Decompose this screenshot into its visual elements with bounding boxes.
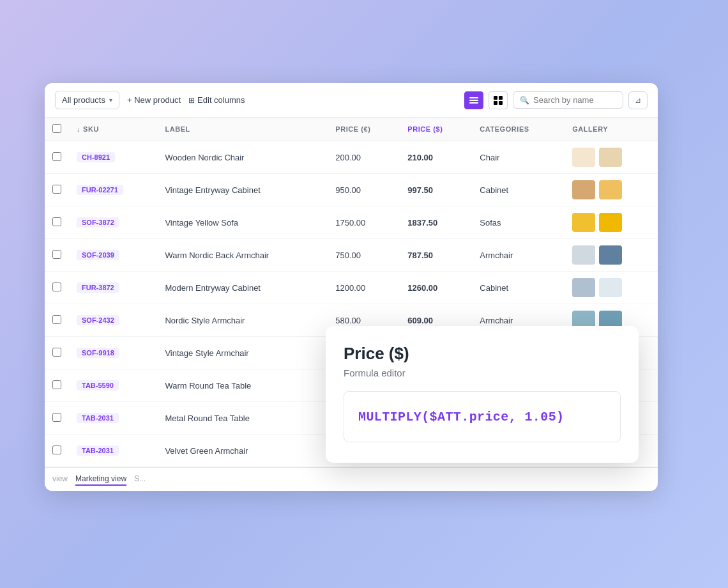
row-checkbox[interactable] <box>52 315 61 324</box>
row-checkbox[interactable] <box>52 380 61 389</box>
row-checkbox[interactable] <box>52 250 61 259</box>
row-checkbox[interactable] <box>52 185 61 194</box>
price-eur-column-header: PRICE (€) <box>328 118 400 141</box>
label-cell: Modern Entryway Cabinet <box>157 272 328 304</box>
row-checkbox-cell <box>45 304 69 337</box>
row-checkbox[interactable] <box>52 217 61 226</box>
gallery-column-header: GALLERY <box>565 118 658 141</box>
row-checkbox-cell <box>45 141 69 174</box>
search-input[interactable] <box>533 95 616 105</box>
formula-content: MULTIPLY($ATT.price, 1.05) <box>358 410 564 424</box>
formula-panel: Price ($) Formula editor MULTIPLY($ATT.p… <box>326 326 639 463</box>
price-usd-cell: 997.50 <box>400 174 472 206</box>
row-checkbox-cell <box>45 435 69 467</box>
row-checkbox[interactable] <box>52 413 61 422</box>
gallery-cell <box>565 239 658 272</box>
sku-cell: CH-8921 <box>69 141 157 174</box>
tab-s[interactable]: S... <box>134 473 146 486</box>
filter-icon: ⊿ <box>635 96 641 105</box>
select-all-checkbox[interactable] <box>52 124 61 133</box>
sku-badge[interactable]: TAB-5590 <box>77 380 119 391</box>
gallery-image-2 <box>599 278 622 297</box>
tab-view[interactable]: view <box>52 473 68 486</box>
gallery-image-2 <box>599 245 622 265</box>
price-eur-cell: 950.00 <box>328 174 400 206</box>
new-product-button[interactable]: + New product <box>127 93 181 107</box>
sku-badge[interactable]: SOF-3872 <box>77 217 119 228</box>
row-checkbox[interactable] <box>52 152 61 161</box>
label-cell: Nordic Style Armchair <box>157 304 328 337</box>
row-checkbox[interactable] <box>52 445 61 454</box>
row-checkbox-cell <box>45 369 69 402</box>
select-all-header[interactable] <box>45 118 69 141</box>
edit-columns-button[interactable]: ⊞ Edit columns <box>188 93 245 107</box>
row-checkbox[interactable] <box>52 282 61 291</box>
label-cell: Wooden Nordic Chair <box>157 141 328 174</box>
sku-badge[interactable]: CH-8921 <box>77 152 115 162</box>
sku-badge[interactable]: TAB-2031 <box>77 445 119 456</box>
sku-badge[interactable]: SOF-9918 <box>77 348 119 358</box>
table-row: CH-8921 Wooden Nordic Chair 200.00 210.0… <box>45 141 658 174</box>
sku-badge[interactable]: SOF-2039 <box>77 250 119 260</box>
price-usd-column-header: PRICE ($) <box>400 118 472 141</box>
search-box: 🔍 <box>513 91 623 109</box>
price-eur-cell: 1750.00 <box>328 206 400 239</box>
price-eur-cell: 1200.00 <box>328 272 400 304</box>
gallery-image-1 <box>572 213 595 232</box>
tab-marketing[interactable]: Marketing view <box>75 473 126 486</box>
sku-cell: SOF-3872 <box>69 206 157 239</box>
filter-button[interactable]: ⊿ <box>628 91 648 109</box>
formula-editor[interactable]: MULTIPLY($ATT.price, 1.05) <box>344 391 621 442</box>
label-cell: Vintage Yellow Sofa <box>157 206 328 239</box>
formula-panel-subtitle: Formula editor <box>344 368 621 378</box>
table-row: FUR-02271 Vintage Entryway Cabinet 950.0… <box>45 174 658 206</box>
label-cell: Metal Round Tea Table <box>157 402 328 435</box>
label-cell: Warm Round Tea Table <box>157 369 328 402</box>
label-cell: Vintage Entryway Cabinet <box>157 174 328 206</box>
price-usd-cell: 1837.50 <box>400 206 472 239</box>
sku-badge[interactable]: SOF-2432 <box>77 315 119 325</box>
row-checkbox-cell <box>45 239 69 272</box>
price-eur-cell: 750.00 <box>328 239 400 272</box>
category-cell: Chair <box>472 141 565 174</box>
toolbar: All products ▾ + New product ⊞ Edit colu… <box>45 83 658 118</box>
sku-badge[interactable]: FUR-3872 <box>77 282 119 293</box>
gallery-image-1 <box>572 245 595 265</box>
row-checkbox-cell <box>45 272 69 304</box>
label-cell: Warm Nordic Back Armchair <box>157 239 328 272</box>
row-checkbox-cell <box>45 337 69 369</box>
grid-view-button[interactable] <box>489 91 508 109</box>
gallery-cell <box>565 272 658 304</box>
row-checkbox-cell <box>45 402 69 435</box>
gallery-cell <box>565 206 658 239</box>
label-cell: Velvet Green Armchair <box>157 435 328 467</box>
sku-cell: FUR-3872 <box>69 272 157 304</box>
category-cell: Cabinet <box>472 272 565 304</box>
list-view-button[interactable] <box>464 91 483 109</box>
sku-cell: FUR-02271 <box>69 174 157 206</box>
row-checkbox-cell <box>45 206 69 239</box>
table-row: FUR-3872 Modern Entryway Cabinet 1200.00… <box>45 272 658 304</box>
sku-cell: SOF-9918 <box>69 337 157 369</box>
search-icon: 🔍 <box>520 96 529 105</box>
gallery-image-1 <box>572 148 595 167</box>
formula-panel-title: Price ($) <box>344 344 621 364</box>
filter-select[interactable]: All products ▾ <box>55 91 119 109</box>
filter-label: All products <box>62 95 105 105</box>
grid-small-icon: ⊞ <box>188 96 195 105</box>
row-checkbox[interactable] <box>52 348 61 357</box>
price-eur-cell: 200.00 <box>328 141 400 174</box>
table-row: SOF-3872 Vintage Yellow Sofa 1750.00 183… <box>45 206 658 239</box>
price-usd-cell: 787.50 <box>400 239 472 272</box>
sku-cell: TAB-5590 <box>69 369 157 402</box>
price-usd-cell: 210.00 <box>400 141 472 174</box>
sku-badge[interactable]: FUR-02271 <box>77 185 123 195</box>
categories-column-header: CATEGORIES <box>472 118 565 141</box>
edit-columns-label: Edit columns <box>197 95 245 105</box>
sku-badge[interactable]: TAB-2031 <box>77 413 119 423</box>
sort-down-icon: ↓ <box>77 125 80 133</box>
row-checkbox-cell <box>45 174 69 206</box>
category-cell: Cabinet <box>472 174 565 206</box>
gallery-image-1 <box>572 180 595 199</box>
sku-cell: SOF-2432 <box>69 304 157 337</box>
